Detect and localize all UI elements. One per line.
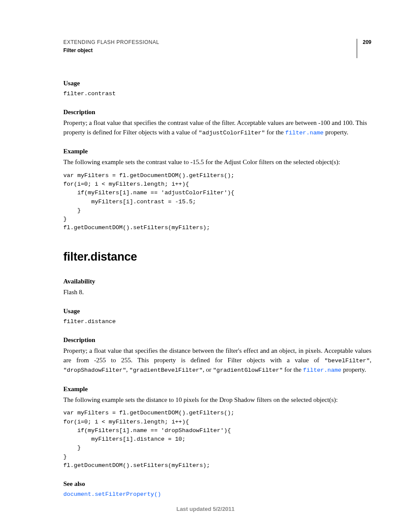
document-title: EXTENDING FLASH PROFESSIONAL xyxy=(63,39,159,46)
page-content: EXTENDING FLASH PROFESSIONAL Filter obje… xyxy=(0,0,411,499)
header-left: EXTENDING FLASH PROFESSIONAL Filter obje… xyxy=(63,39,159,54)
example-code-2: var myFilters = fl.getDocumentDOM().getF… xyxy=(63,409,371,470)
example-heading: Example xyxy=(63,147,371,156)
description-text-2: Property; a float value that specifies t… xyxy=(63,346,371,375)
inline-code: "gradientGlowFilter" xyxy=(213,367,283,373)
example-block: Example The following example sets the c… xyxy=(63,147,371,233)
see-also-heading: See also xyxy=(63,479,371,488)
usage-heading: Usage xyxy=(63,79,371,88)
usage-code: filter.contrast xyxy=(63,90,371,98)
availability-block: Availability Flash 8. xyxy=(63,277,371,297)
see-also-link[interactable]: document.setFilterProperty() xyxy=(63,490,371,499)
inline-code: "gradientBevelFilter" xyxy=(129,367,202,373)
section-title: filter.distance xyxy=(63,249,371,265)
page-number: 209 xyxy=(357,39,371,58)
usage-block-2: Usage filter.distance xyxy=(63,307,371,326)
document-section: Filter object xyxy=(63,47,159,54)
description-text-part: , or xyxy=(202,366,213,373)
description-text: Property; a float value that specifies t… xyxy=(63,118,371,137)
description-heading-2: Description xyxy=(63,336,371,345)
inline-code: "adjustColorFilter" xyxy=(199,130,265,136)
page-footer: Last updated 5/2/2011 xyxy=(0,505,411,513)
usage-code-2: filter.distance xyxy=(63,317,371,326)
description-text-part: for the xyxy=(283,366,303,373)
description-text-part: for the xyxy=(265,129,285,136)
description-text-part: property. xyxy=(324,129,348,136)
example-intro: The following example sets the contrast … xyxy=(63,158,371,167)
example-block-2: Example The following example sets the d… xyxy=(63,385,371,470)
inline-code: "bevelFilter" xyxy=(324,358,370,364)
description-text-part: property. xyxy=(341,366,366,373)
description-block-2: Description Property; a float value that… xyxy=(63,336,371,375)
example-heading-2: Example xyxy=(63,385,371,394)
filter-name-link[interactable]: filter.name xyxy=(285,130,324,136)
example-intro-2: The following example sets the distance … xyxy=(63,395,371,405)
usage-block: Usage filter.contrast xyxy=(63,79,371,98)
description-block: Description Property; a float value that… xyxy=(63,108,371,137)
see-also-block: See also document.setFilterProperty() xyxy=(63,479,371,499)
inline-code: "dropShadowFilter" xyxy=(63,367,126,373)
page-header: EXTENDING FLASH PROFESSIONAL Filter obje… xyxy=(63,39,371,58)
filter-name-link[interactable]: filter.name xyxy=(303,367,341,373)
availability-text: Flash 8. xyxy=(63,288,371,297)
description-text-part: , xyxy=(370,357,371,364)
example-code: var myFilters = fl.getDocumentDOM().getF… xyxy=(63,171,371,233)
availability-heading: Availability xyxy=(63,277,371,286)
usage-heading-2: Usage xyxy=(63,307,371,316)
description-heading: Description xyxy=(63,108,371,117)
